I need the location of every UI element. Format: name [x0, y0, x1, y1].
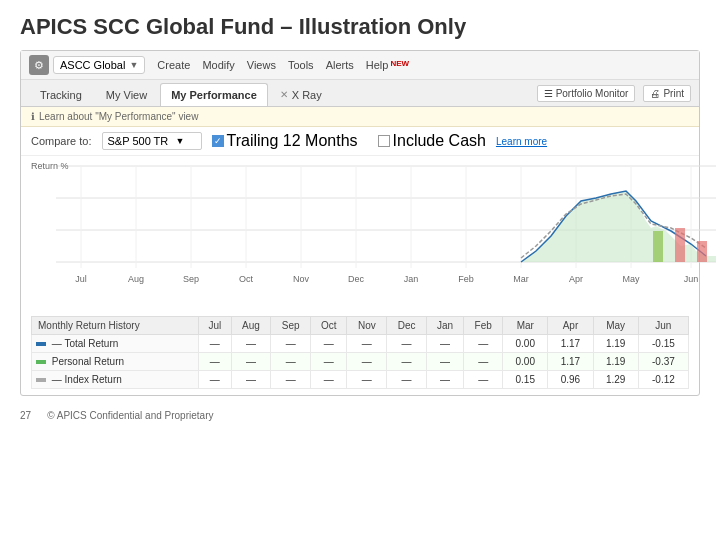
svg-text:Jun: Jun: [684, 274, 699, 284]
info-text: Learn about "My Performance" view: [39, 111, 198, 122]
index-jul: —: [199, 371, 231, 389]
portfolio-select[interactable]: ASCC Global ▼: [53, 56, 145, 74]
svg-text:Nov: Nov: [293, 274, 310, 284]
total-dec: —: [387, 335, 427, 353]
controls-bar: Compare to: S&P 500 TR ▼ ✓ Trailing 12 M…: [21, 127, 699, 156]
total-apr: 1.17: [548, 335, 593, 353]
col-apr: Apr: [548, 317, 593, 335]
total-jun: -0.15: [638, 335, 688, 353]
table-header-label: Monthly Return History: [32, 317, 199, 335]
dropdown-arrow-icon: ▼: [129, 60, 138, 70]
index-dec: —: [387, 371, 427, 389]
svg-rect-33: [653, 231, 663, 262]
compare-select[interactable]: S&P 500 TR ▼: [102, 132, 202, 150]
footer: 27 © APICS Confidential and Proprietary: [0, 402, 720, 429]
personal-feb: —: [464, 353, 503, 371]
total-feb: —: [464, 335, 503, 353]
svg-text:Mar: Mar: [513, 274, 529, 284]
table-row: Personal Return — — — — — — — — 0.00 1.1…: [32, 353, 689, 371]
tab-myview[interactable]: My View: [95, 83, 158, 106]
total-jul: —: [199, 335, 231, 353]
tab-tracking[interactable]: Tracking: [29, 83, 93, 106]
index-jan: —: [426, 371, 463, 389]
index-apr: 0.96: [548, 371, 593, 389]
include-cash-label: Include Cash: [393, 132, 486, 150]
return-table-container: Monthly Return History Jul Aug Sep Oct N…: [21, 316, 699, 395]
nav-create[interactable]: Create: [157, 57, 190, 73]
page-number: 27: [20, 410, 31, 421]
personal-return-label: Personal Return: [32, 353, 199, 371]
table-row: — Index Return — — — — — — — — 0.15 0.96…: [32, 371, 689, 389]
copyright: © APICS Confidential and Proprietary: [47, 410, 213, 421]
return-table: Monthly Return History Jul Aug Sep Oct N…: [31, 316, 689, 389]
total-mar: 0.00: [503, 335, 548, 353]
personal-dec: —: [387, 353, 427, 371]
total-return-label: — Total Return: [32, 335, 199, 353]
info-icon: ℹ: [31, 111, 35, 122]
print-button[interactable]: 🖨 Print: [643, 85, 691, 102]
personal-nov: —: [347, 353, 387, 371]
total-return-swatch: [36, 342, 46, 346]
col-jan: Jan: [426, 317, 463, 335]
trailing-checkbox-group: ✓ Trailing 12 Months: [212, 132, 358, 150]
personal-return-swatch: [36, 360, 46, 364]
portfolio-monitor-button[interactable]: ☰ Portfolio Monitor: [537, 85, 636, 102]
index-feb: —: [464, 371, 503, 389]
index-sep: —: [271, 371, 311, 389]
personal-oct: —: [311, 353, 347, 371]
compare-arrow-icon: ▼: [176, 136, 185, 146]
monitor-icon: ☰: [544, 88, 553, 99]
col-aug: Aug: [231, 317, 271, 335]
col-jun: Jun: [638, 317, 688, 335]
index-may: 1.29: [593, 371, 638, 389]
tabs-bar: Tracking My View My Performance ✕ X Ray …: [21, 80, 699, 107]
chart-svg-container: 6 4 2 0 Jul Aug Sep Oct Nov Dec Jan Feb …: [56, 156, 689, 306]
svg-rect-34: [675, 228, 685, 262]
table-row: — Total Return — — — — — — — — 0.00 1.17…: [32, 335, 689, 353]
trailing-label: Trailing 12 Months: [227, 132, 358, 150]
nav-alerts[interactable]: Alerts: [326, 57, 354, 73]
col-mar: Mar: [503, 317, 548, 335]
top-nav: ⚙ ASCC Global ▼ Create Modify Views Tool…: [21, 51, 699, 80]
gear-icon[interactable]: ⚙: [29, 55, 49, 75]
col-sep: Sep: [271, 317, 311, 335]
performance-chart: 6 4 2 0 Jul Aug Sep Oct Nov Dec Jan Feb …: [56, 156, 716, 304]
svg-rect-35: [697, 241, 707, 262]
portfolio-name: ASCC Global: [60, 59, 125, 71]
personal-may: 1.19: [593, 353, 638, 371]
nav-help[interactable]: HelpNEW: [366, 57, 409, 73]
trailing-checkbox[interactable]: ✓: [212, 135, 224, 147]
include-cash-checkbox[interactable]: [378, 135, 390, 147]
personal-apr: 1.17: [548, 353, 593, 371]
nav-views[interactable]: Views: [247, 57, 276, 73]
info-bar: ℹ Learn about "My Performance" view: [21, 107, 699, 127]
compare-label: Compare to:: [31, 135, 92, 147]
nav-tools[interactable]: Tools: [288, 57, 314, 73]
svg-text:Dec: Dec: [348, 274, 365, 284]
tab-xray[interactable]: ✕ X Ray: [270, 84, 332, 106]
svg-text:Jan: Jan: [404, 274, 419, 284]
col-oct: Oct: [311, 317, 347, 335]
svg-text:Feb: Feb: [458, 274, 474, 284]
nav-modify[interactable]: Modify: [202, 57, 234, 73]
total-jan: —: [426, 335, 463, 353]
nav-links: Create Modify Views Tools Alerts HelpNEW: [157, 57, 691, 73]
total-aug: —: [231, 335, 271, 353]
svg-text:Sep: Sep: [183, 274, 199, 284]
total-nov: —: [347, 335, 387, 353]
index-jun: -0.12: [638, 371, 688, 389]
include-cash-checkbox-group: Include Cash: [378, 132, 486, 150]
print-icon: 🖨: [650, 88, 660, 99]
personal-jul: —: [199, 353, 231, 371]
col-dec: Dec: [387, 317, 427, 335]
total-oct: —: [311, 335, 347, 353]
widget-container: ⚙ ASCC Global ▼ Create Modify Views Tool…: [20, 50, 700, 396]
xray-icon: ✕: [280, 89, 288, 100]
tab-myperformance[interactable]: My Performance: [160, 83, 268, 106]
learn-more-link[interactable]: Learn more: [496, 136, 547, 147]
index-mar: 0.15: [503, 371, 548, 389]
personal-mar: 0.00: [503, 353, 548, 371]
col-feb: Feb: [464, 317, 503, 335]
chart-area: Return % 6 4 2 0 Jul Aug Sep Oct Nov Dec…: [21, 156, 699, 316]
index-return-swatch: [36, 378, 46, 382]
